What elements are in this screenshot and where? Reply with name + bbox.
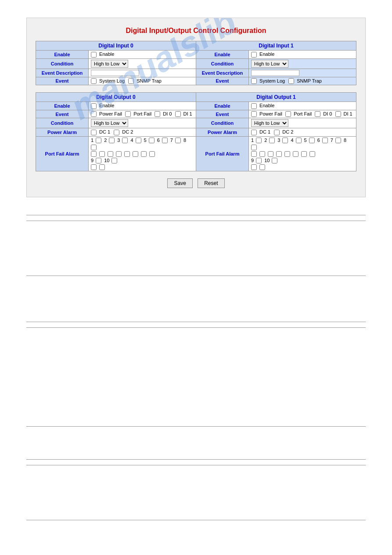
do0-port8-cb[interactable] xyxy=(91,145,97,150)
do0-port8b-cb[interactable] xyxy=(149,151,155,157)
di0-enable-checkbox[interactable] xyxy=(91,52,97,58)
do1-port9-cb[interactable] xyxy=(256,158,262,163)
do1-port5-cb[interactable] xyxy=(309,138,315,143)
do0-di0-checkbox[interactable] xyxy=(155,111,160,117)
do0-enable-checkbox[interactable] xyxy=(91,103,97,109)
do1-port7b-cb[interactable] xyxy=(301,151,307,157)
di1-eventdesc-input[interactable] xyxy=(251,70,299,76)
di0-snmp-checkbox[interactable] xyxy=(128,78,134,84)
do0-port1-cb[interactable] xyxy=(96,138,101,143)
do1-port4b-cb[interactable] xyxy=(276,151,282,157)
do1-port5b-cb[interactable] xyxy=(284,151,290,157)
do0-port-num-3: 3 xyxy=(117,138,120,143)
do0-portfailalarm-cell: 1 2 3 4 5 6 7 xyxy=(89,136,196,171)
digital-output-0-header: Digital Output 0 xyxy=(36,93,196,102)
di1-enable-text: Enable xyxy=(259,51,274,57)
di0-eventdesc-label: Event Description xyxy=(36,69,89,77)
do1-port6-cb[interactable] xyxy=(322,138,328,143)
do0-condition-select[interactable]: High to Low Low to High xyxy=(91,119,128,127)
do1-dc2-checkbox[interactable] xyxy=(274,130,280,135)
do0-di0-text: DI 0 xyxy=(163,111,172,116)
do0-port9b-cb[interactable] xyxy=(91,164,97,170)
do1-condition-cell: High to Low Low to High xyxy=(249,118,356,128)
do0-port-num-7: 7 xyxy=(170,138,173,143)
do0-dc2-checkbox[interactable] xyxy=(114,130,119,135)
do0-port2-cb[interactable] xyxy=(109,138,115,143)
reset-button[interactable]: Reset xyxy=(198,178,224,188)
do1-enable-checkbox[interactable] xyxy=(251,103,257,109)
do0-port9-cb[interactable] xyxy=(96,158,101,163)
di0-condition-select[interactable]: High to Low Low to High xyxy=(91,60,128,68)
do1-enable-text: Enable xyxy=(259,103,274,108)
do1-powerfail-checkbox[interactable] xyxy=(251,111,257,117)
di1-syslog-checkbox[interactable] xyxy=(251,78,257,84)
do0-dc1-checkbox[interactable] xyxy=(91,130,97,135)
do1-portfail-checkbox[interactable] xyxy=(285,111,291,117)
do1-port2b-cb[interactable] xyxy=(259,151,265,157)
di1-snmp-checkbox[interactable] xyxy=(288,78,294,84)
do0-condition-cell: High to Low Low to High xyxy=(89,118,196,128)
do1-di0-checkbox[interactable] xyxy=(315,111,320,117)
do1-port4-cb[interactable] xyxy=(296,138,302,143)
di0-eventdesc-cell xyxy=(89,69,196,77)
do1-port10b-cb[interactable] xyxy=(259,164,265,170)
do0-port3-cb[interactable] xyxy=(122,138,128,143)
do0-portfail-checkbox[interactable] xyxy=(125,111,131,117)
digital-input-table: Digital Input 0 Digital Input 1 Enable E… xyxy=(36,41,356,85)
do0-port4-cb[interactable] xyxy=(136,138,141,143)
di0-syslog-text: System Log xyxy=(99,78,125,83)
divider-6 xyxy=(26,426,366,427)
do1-poweralarm-cell: DC 1 DC 2 xyxy=(249,128,356,137)
do1-port1b-cb[interactable] xyxy=(251,151,257,157)
do1-port2-cb[interactable] xyxy=(269,138,275,143)
do0-port5b-cb[interactable] xyxy=(124,151,130,157)
di0-enable-label: Enable xyxy=(36,51,89,59)
do0-port10b-cb[interactable] xyxy=(99,164,105,170)
do0-port1b-cb[interactable] xyxy=(91,151,97,157)
di0-event-cell: System Log SNMP Trap xyxy=(89,77,196,85)
save-button[interactable]: Save xyxy=(167,178,192,188)
do0-di1-checkbox[interactable] xyxy=(175,111,181,117)
do1-port1-cb[interactable] xyxy=(256,138,262,143)
do1-port6b-cb[interactable] xyxy=(293,151,298,157)
di0-eventdesc-input[interactable] xyxy=(91,70,139,76)
di1-enable-checkbox[interactable] xyxy=(251,52,257,58)
do0-port2b-cb[interactable] xyxy=(99,151,105,157)
do1-port3b-cb[interactable] xyxy=(268,151,273,157)
do0-port5-cb[interactable] xyxy=(149,138,155,143)
do1-powerfail-text: Power Fail xyxy=(259,111,282,116)
digital-output-1-header: Digital Output 1 xyxy=(196,93,356,102)
do1-port7-cb[interactable] xyxy=(335,138,341,143)
divider-1 xyxy=(26,215,366,215)
do0-powerfail-checkbox[interactable] xyxy=(91,111,97,117)
di1-condition-cell: High to Low Low to High xyxy=(249,58,356,69)
do1-dc1-checkbox[interactable] xyxy=(251,130,257,135)
do1-port8-cb[interactable] xyxy=(251,145,257,150)
di1-condition-select[interactable]: High to Low Low to High xyxy=(251,60,288,68)
do0-dc1-text: DC 1 xyxy=(99,129,110,134)
do1-event-cell: Power Fail Port Fail DI 0 DI 1 xyxy=(249,110,356,118)
do0-poweralarm-label: Power Alarm xyxy=(36,128,89,137)
do0-port6-cb[interactable] xyxy=(162,138,168,143)
bottom-section xyxy=(26,215,366,520)
do0-port7-cb[interactable] xyxy=(175,138,181,143)
do0-poweralarm-cell: DC 1 DC 2 xyxy=(89,128,196,137)
do0-port-num-8: 8 xyxy=(183,138,186,143)
do0-port4b-cb[interactable] xyxy=(116,151,122,157)
do0-port7b-cb[interactable] xyxy=(141,151,147,157)
do0-port3b-cb[interactable] xyxy=(108,151,113,157)
do0-port-num-5: 5 xyxy=(144,138,147,143)
divider-3 xyxy=(26,276,366,276)
di1-eventdesc-cell xyxy=(249,69,356,77)
do1-condition-select[interactable]: High to Low Low to High xyxy=(251,119,288,127)
do1-port3-cb[interactable] xyxy=(282,138,288,143)
di0-syslog-checkbox[interactable] xyxy=(91,78,97,84)
do1-di1-checkbox[interactable] xyxy=(335,111,341,117)
do0-port10-cb[interactable] xyxy=(111,158,117,163)
do0-port6b-cb[interactable] xyxy=(133,151,138,157)
do1-port9b-cb[interactable] xyxy=(251,164,257,170)
do1-port10-cb[interactable] xyxy=(272,158,277,163)
do1-port8b-cb[interactable] xyxy=(309,151,315,157)
do1-port-num-10: 10 xyxy=(264,158,270,163)
di0-condition-label: Condition xyxy=(36,58,89,69)
